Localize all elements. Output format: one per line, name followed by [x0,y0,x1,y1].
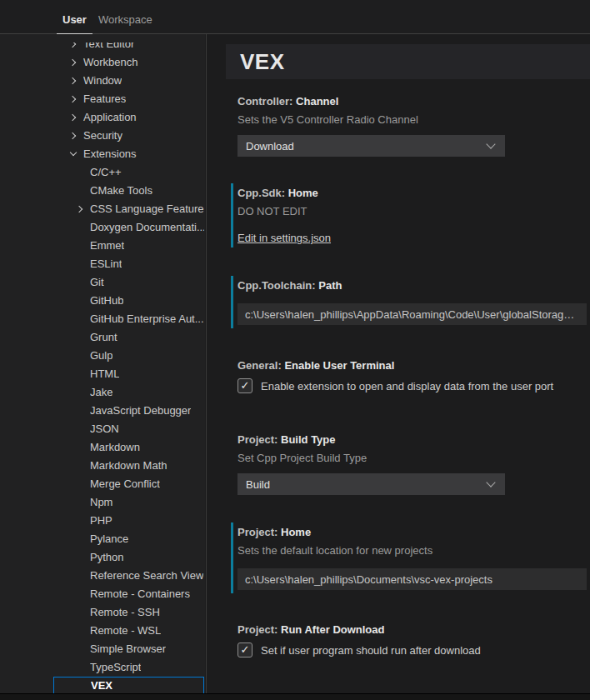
sidebar-item-window[interactable]: Window [53,72,204,90]
sidebar-item-label: Markdown Math [90,457,167,475]
setting-title: Controller: Channel [238,95,590,108]
setting-description: Sets the default location for new projec… [238,544,590,558]
sidebar-item-label: Remote - WSL [90,622,161,640]
sidebar-item-gulp[interactable]: Gulp [53,347,204,365]
sidebar-item-label: Pylance [90,530,128,548]
sidebar-item-reference-search-view[interactable]: Reference Search View [53,567,204,585]
sidebar-item-label: TypeScript [90,658,141,677]
sidebar-item-label: Remote - SSH [90,603,160,622]
setting-project-run-after-download: Project: Run After Download ✓ Set if use… [231,620,590,661]
sidebar-item-workbench[interactable]: Workbench [53,53,204,72]
sidebar-item-github[interactable]: GitHub [53,292,204,310]
sidebar-item-json[interactable]: JSON [53,420,204,438]
page-title: VEX [226,49,285,75]
controller-channel-select[interactable]: Download [238,135,505,157]
sidebar-item-vex[interactable]: VEX [53,677,204,695]
sidebar-item-label: Extensions [83,145,137,163]
sidebar-item-css-language-features[interactable]: CSS Language Features [53,200,204,218]
sidebar-item-label: Git [90,273,104,292]
sidebar-item-grunt[interactable]: Grunt [53,328,204,347]
sidebar-item-label: JSON [90,420,119,438]
sidebar-item-emmet[interactable]: Emmet [53,237,204,255]
sidebar-item-features[interactable]: Features [53,90,204,108]
setting-project-home: Project: Home Sets the default location … [231,522,590,593]
sidebar-item-doxygen-documentati[interactable]: Doxygen Documentati... [53,218,204,237]
sidebar-item-label: HTML [90,365,119,383]
chevron-right-icon [68,112,78,122]
sidebar-item-html[interactable]: HTML [53,365,204,383]
chevron-down-icon [487,141,497,151]
sidebar-item-label: Simple Browser [90,640,166,658]
sidebar-item-label: GitHub Enterprise Aut... [90,310,204,328]
sidebar-item-php[interactable]: PHP [53,512,204,530]
sidebar-item-label: Emmet [90,237,124,255]
tab-workspace[interactable]: Workspace [92,5,158,33]
sidebar-item-simple-browser[interactable]: Simple Browser [53,640,204,658]
chevron-right-icon [68,131,78,141]
setting-title: Project: Home [238,526,590,539]
sidebar-item-label: JavaScript Debugger [90,402,191,420]
sidebar-item-label: VEX [91,677,112,695]
sidebar-item-cmake-tools[interactable]: CMake Tools [53,182,204,200]
sidebar-item-application[interactable]: Application [53,108,204,127]
sidebar-item-github-enterprise-aut[interactable]: GitHub Enterprise Aut... [53,310,204,328]
chevron-down-icon [68,149,78,159]
setting-controller-channel: Controller: Channel Sets the V5 Controll… [231,92,590,160]
settings-scope-tabs: User Workspace [0,0,590,34]
sidebar-item-label: GitHub [90,292,123,310]
project-home-input[interactable] [238,568,587,590]
sidebar-item-c-c++[interactable]: C/C++ [53,163,204,182]
project-build-type-select[interactable]: Build [238,473,505,495]
run-after-download-checkbox[interactable]: ✓ [238,642,252,658]
cpp-toolchain-path-input[interactable] [238,303,587,325]
sidebar-item-security[interactable]: Security [53,127,204,145]
setting-project-build-type: Project: Build Type Set Cpp Project Buil… [231,430,590,498]
sidebar-item-label: Security [83,127,122,145]
checkbox-label: Set if user program should run after dow… [261,644,481,657]
sidebar-item-jake[interactable]: Jake [53,383,204,402]
sidebar-item-remote-containers[interactable]: Remote - Containers [53,585,204,603]
sidebar-item-python[interactable]: Python [53,548,204,567]
chevron-down-icon [487,479,497,489]
sidebar-item-label: CSS Language Features [90,200,204,218]
chevron-right-icon [68,76,78,86]
setting-general-enable-user-terminal: General: Enable User Terminal ✓ Enable e… [231,356,590,397]
sidebar-item-extensions[interactable]: Extensions [53,145,204,163]
sidebar-item-text-editor[interactable]: Text Editor [53,35,204,53]
setting-title: Cpp.Sdk: Home [238,187,590,200]
sidebar-item-remote-wsl[interactable]: Remote - WSL [53,622,204,640]
sidebar-item-label: Grunt [90,328,118,347]
sidebar-item-label: Gulp [90,347,112,365]
bottom-edge-strip [0,693,590,700]
setting-cpp-toolchain-path: Cpp.Toolchain: Path [231,276,590,328]
sidebar-item-label: C/C++ [90,163,122,182]
sidebar-item-typescript[interactable]: TypeScript [53,658,204,677]
enable-user-terminal-checkbox[interactable]: ✓ [238,378,252,393]
select-value: Build [246,478,270,491]
checkbox-row: ✓ Set if user program should run after d… [238,642,590,658]
edit-settings-json-link[interactable]: Edit in settings.json [238,232,331,244]
sidebar-item-label: Text Editor [83,35,134,53]
sidebar-item-markdown[interactable]: Markdown [53,438,204,457]
sidebar-item-merge-conflict[interactable]: Merge Conflict [53,475,204,493]
sidebar-item-pylance[interactable]: Pylance [53,530,204,548]
checkbox-label: Enable extension to open and display dat… [261,380,553,392]
sidebar-item-label: Reference Search View [90,567,203,585]
sidebar-item-javascript-debugger[interactable]: JavaScript Debugger [53,402,204,420]
sidebar-item-npm[interactable]: Npm [53,493,204,512]
sidebar-item-label: Merge Conflict [90,475,160,493]
sidebar-item-eslint[interactable]: ESLint [53,255,204,273]
sidebar-item-label: Workbench [83,53,138,72]
sidebar-item-markdown-math[interactable]: Markdown Math [53,457,204,475]
sidebar-item-label: Jake [90,383,112,402]
setting-cpp-sdk-home: Cpp.Sdk: Home DO NOT EDIT Edit in settin… [231,183,590,248]
sidebar-item-git[interactable]: Git [53,273,204,292]
sidebar-item-remote-ssh[interactable]: Remote - SSH [53,603,204,622]
sidebar-item-label: ESLint [90,255,122,273]
settings-sidebar: Text EditorWorkbenchWindowFeaturesApplic… [0,34,205,695]
sidebar-item-label: Doxygen Documentati... [90,218,204,237]
sidebar-item-label: Npm [90,493,112,512]
tab-user[interactable]: User [57,5,92,34]
checkbox-row: ✓ Enable extension to open and display d… [238,378,590,393]
setting-description: DO NOT EDIT [238,205,590,218]
